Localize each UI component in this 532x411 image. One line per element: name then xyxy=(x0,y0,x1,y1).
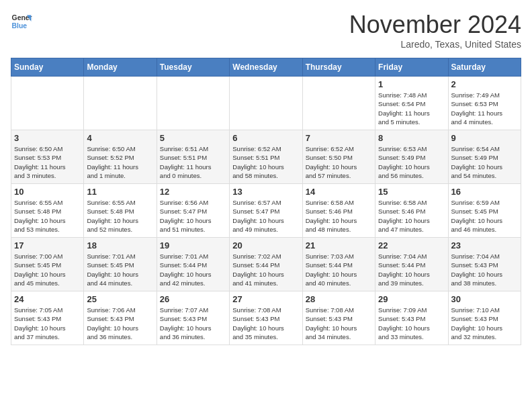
day-cell: 25Sunrise: 7:06 AMSunset: 5:43 PMDayligh… xyxy=(84,291,157,345)
day-info: Sunrise: 6:54 AMSunset: 5:49 PMDaylight:… xyxy=(451,144,518,180)
day-cell xyxy=(11,77,84,130)
day-number: 1 xyxy=(378,79,445,89)
day-cell: 11Sunrise: 6:55 AMSunset: 5:48 PMDayligh… xyxy=(84,184,157,238)
day-info: Sunrise: 7:09 AMSunset: 5:43 PMDaylight:… xyxy=(378,306,445,341)
day-number: 17 xyxy=(14,240,81,250)
day-number: 25 xyxy=(87,294,153,304)
day-number: 5 xyxy=(160,133,226,143)
day-number: 30 xyxy=(451,294,518,304)
day-number: 8 xyxy=(378,133,445,143)
month-title: November 2024 xyxy=(349,11,521,39)
day-cell: 29Sunrise: 7:09 AMSunset: 5:43 PMDayligh… xyxy=(375,291,448,345)
day-info: Sunrise: 6:59 AMSunset: 5:45 PMDaylight:… xyxy=(451,198,518,234)
day-info: Sunrise: 6:55 AMSunset: 5:48 PMDaylight:… xyxy=(14,198,81,234)
day-info: Sunrise: 6:58 AMSunset: 5:46 PMDaylight:… xyxy=(378,198,445,234)
day-cell: 12Sunrise: 6:56 AMSunset: 5:47 PMDayligh… xyxy=(157,184,229,238)
day-cell: 2Sunrise: 7:49 AMSunset: 6:53 PMDaylight… xyxy=(448,77,521,130)
logo-icon: General Blue xyxy=(11,11,32,32)
weekday-saturday: Saturday xyxy=(448,58,521,77)
day-number: 20 xyxy=(232,240,299,250)
day-info: Sunrise: 6:52 AMSunset: 5:51 PMDaylight:… xyxy=(232,144,299,180)
day-info: Sunrise: 7:04 AMSunset: 5:43 PMDaylight:… xyxy=(451,252,518,287)
day-number: 13 xyxy=(232,187,299,197)
svg-text:Blue: Blue xyxy=(12,22,28,30)
day-info: Sunrise: 7:06 AMSunset: 5:43 PMDaylight:… xyxy=(87,306,153,341)
day-number: 29 xyxy=(378,294,445,304)
day-info: Sunrise: 6:52 AMSunset: 5:50 PMDaylight:… xyxy=(306,144,372,180)
day-cell xyxy=(230,77,302,130)
weekday-sunday: Sunday xyxy=(11,58,84,77)
day-cell: 1Sunrise: 7:48 AMSunset: 6:54 PMDaylight… xyxy=(375,77,448,130)
day-cell: 23Sunrise: 7:04 AMSunset: 5:43 PMDayligh… xyxy=(448,238,521,291)
day-number: 4 xyxy=(87,133,153,143)
day-cell: 27Sunrise: 7:08 AMSunset: 5:43 PMDayligh… xyxy=(230,291,302,345)
weekday-thursday: Thursday xyxy=(302,58,375,77)
day-cell: 7Sunrise: 6:52 AMSunset: 5:50 PMDaylight… xyxy=(302,130,375,184)
day-info: Sunrise: 7:00 AMSunset: 5:45 PMDaylight:… xyxy=(14,252,81,287)
day-number: 14 xyxy=(306,187,372,197)
day-number: 22 xyxy=(378,240,445,250)
week-row-2: 3Sunrise: 6:50 AMSunset: 5:53 PMDaylight… xyxy=(11,130,521,184)
day-cell: 22Sunrise: 7:04 AMSunset: 5:44 PMDayligh… xyxy=(375,238,448,291)
day-number: 28 xyxy=(306,294,372,304)
day-number: 6 xyxy=(232,133,299,143)
day-number: 12 xyxy=(160,187,226,197)
day-cell: 28Sunrise: 7:08 AMSunset: 5:43 PMDayligh… xyxy=(302,291,375,345)
day-number: 23 xyxy=(451,240,518,250)
calendar-table: SundayMondayTuesdayWednesdayThursdayFrid… xyxy=(11,58,521,345)
day-cell xyxy=(157,77,229,130)
weekday-wednesday: Wednesday xyxy=(230,58,302,77)
day-number: 7 xyxy=(306,133,372,143)
week-row-1: 1Sunrise: 7:48 AMSunset: 6:54 PMDaylight… xyxy=(11,77,521,130)
day-info: Sunrise: 7:08 AMSunset: 5:43 PMDaylight:… xyxy=(306,306,372,341)
day-cell: 4Sunrise: 6:50 AMSunset: 5:52 PMDaylight… xyxy=(84,130,157,184)
day-info: Sunrise: 6:50 AMSunset: 5:53 PMDaylight:… xyxy=(14,144,81,180)
day-cell: 30Sunrise: 7:10 AMSunset: 5:43 PMDayligh… xyxy=(448,291,521,345)
day-cell xyxy=(84,77,157,130)
week-row-5: 24Sunrise: 7:05 AMSunset: 5:43 PMDayligh… xyxy=(11,291,521,345)
day-info: Sunrise: 7:01 AMSunset: 5:44 PMDaylight:… xyxy=(160,252,226,287)
logo: General Blue xyxy=(11,11,32,32)
day-cell: 6Sunrise: 6:52 AMSunset: 5:51 PMDaylight… xyxy=(230,130,302,184)
location: Laredo, Texas, United States xyxy=(349,39,521,50)
day-number: 9 xyxy=(451,133,518,143)
day-info: Sunrise: 6:58 AMSunset: 5:46 PMDaylight:… xyxy=(306,198,372,234)
day-cell: 9Sunrise: 6:54 AMSunset: 5:49 PMDaylight… xyxy=(448,130,521,184)
day-number: 21 xyxy=(306,240,372,250)
day-cell: 26Sunrise: 7:07 AMSunset: 5:43 PMDayligh… xyxy=(157,291,229,345)
day-cell: 5Sunrise: 6:51 AMSunset: 5:51 PMDaylight… xyxy=(157,130,229,184)
day-info: Sunrise: 7:02 AMSunset: 5:44 PMDaylight:… xyxy=(232,252,299,287)
day-cell: 15Sunrise: 6:58 AMSunset: 5:46 PMDayligh… xyxy=(375,184,448,238)
day-cell: 3Sunrise: 6:50 AMSunset: 5:53 PMDaylight… xyxy=(11,130,84,184)
day-info: Sunrise: 7:05 AMSunset: 5:43 PMDaylight:… xyxy=(14,306,81,341)
weekday-monday: Monday xyxy=(84,58,157,77)
day-info: Sunrise: 7:07 AMSunset: 5:43 PMDaylight:… xyxy=(160,306,226,341)
day-cell: 13Sunrise: 6:57 AMSunset: 5:47 PMDayligh… xyxy=(230,184,302,238)
week-row-3: 10Sunrise: 6:55 AMSunset: 5:48 PMDayligh… xyxy=(11,184,521,238)
page-header: General Blue November 2024 Laredo, Texas… xyxy=(11,11,521,50)
day-number: 19 xyxy=(160,240,226,250)
day-info: Sunrise: 7:04 AMSunset: 5:44 PMDaylight:… xyxy=(378,252,445,287)
day-info: Sunrise: 7:49 AMSunset: 6:53 PMDaylight:… xyxy=(451,91,518,126)
day-info: Sunrise: 6:56 AMSunset: 5:47 PMDaylight:… xyxy=(160,198,226,234)
day-number: 27 xyxy=(232,294,299,304)
day-info: Sunrise: 7:10 AMSunset: 5:43 PMDaylight:… xyxy=(451,306,518,341)
day-number: 10 xyxy=(14,187,81,197)
day-info: Sunrise: 6:57 AMSunset: 5:47 PMDaylight:… xyxy=(232,198,299,234)
week-row-4: 17Sunrise: 7:00 AMSunset: 5:45 PMDayligh… xyxy=(11,238,521,291)
day-number: 18 xyxy=(87,240,153,250)
day-cell: 14Sunrise: 6:58 AMSunset: 5:46 PMDayligh… xyxy=(302,184,375,238)
day-cell: 8Sunrise: 6:53 AMSunset: 5:49 PMDaylight… xyxy=(375,130,448,184)
weekday-header-row: SundayMondayTuesdayWednesdayThursdayFrid… xyxy=(11,58,521,77)
day-cell: 17Sunrise: 7:00 AMSunset: 5:45 PMDayligh… xyxy=(11,238,84,291)
day-cell xyxy=(302,77,375,130)
day-info: Sunrise: 7:48 AMSunset: 6:54 PMDaylight:… xyxy=(378,91,445,126)
title-area: November 2024 Laredo, Texas, United Stat… xyxy=(349,11,521,50)
day-cell: 10Sunrise: 6:55 AMSunset: 5:48 PMDayligh… xyxy=(11,184,84,238)
day-number: 24 xyxy=(14,294,81,304)
day-info: Sunrise: 6:53 AMSunset: 5:49 PMDaylight:… xyxy=(378,144,445,180)
day-info: Sunrise: 7:08 AMSunset: 5:43 PMDaylight:… xyxy=(232,306,299,341)
day-number: 26 xyxy=(160,294,226,304)
day-number: 15 xyxy=(378,187,445,197)
day-number: 2 xyxy=(451,79,518,89)
